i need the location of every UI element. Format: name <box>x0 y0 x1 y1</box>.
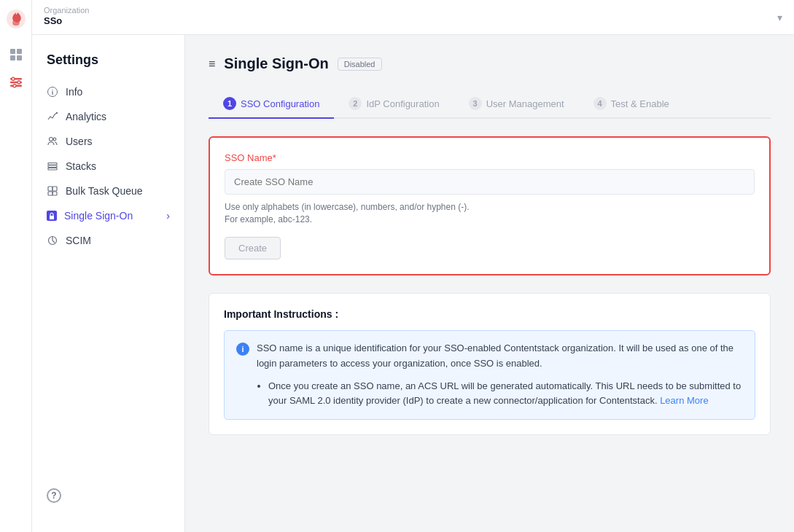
svg-rect-21 <box>48 192 52 195</box>
svg-rect-4 <box>17 55 22 60</box>
sidebar-item-analytics[interactable]: Analytics <box>32 104 184 129</box>
page-header: ≡ Single Sign-On Disabled <box>209 55 771 72</box>
instructions-title: Important Instructions : <box>224 308 755 320</box>
sidebar-item-info[interactable]: i Info <box>32 79 184 104</box>
settings-icon[interactable] <box>8 74 24 90</box>
tab-label-4: Test & Enable <box>611 98 669 109</box>
org-header: Organization SSo ▾ <box>32 0 794 35</box>
svg-rect-19 <box>48 187 52 191</box>
svg-rect-23 <box>50 216 54 219</box>
svg-point-8 <box>12 77 15 80</box>
svg-point-15 <box>53 138 56 141</box>
sidebar-label-analytics: Analytics <box>66 111 106 122</box>
sidebar-label-users: Users <box>66 136 93 147</box>
tab-user-management[interactable]: 3 User Management <box>454 90 579 119</box>
sidebar-label-bulk-task-queue: Bulk Task Queue <box>66 185 143 197</box>
stacks-icon <box>47 160 58 172</box>
tabs-container: 1 SSO Configuration 2 IdP Configuration … <box>209 90 771 119</box>
help-button[interactable]: ? <box>32 477 184 515</box>
lock-icon <box>47 211 57 221</box>
info-icon: i <box>47 86 58 98</box>
sso-name-card: SSO Name* Use only alphabets (in lowerca… <box>209 136 771 275</box>
field-hint-1: Use only alphabets (in lowercase), numbe… <box>225 202 755 212</box>
svg-rect-22 <box>52 192 57 195</box>
create-button[interactable]: Create <box>225 237 281 259</box>
learn-more-link[interactable]: Learn More <box>660 395 708 406</box>
instruction-line-1: SSO name is a unique identification for … <box>257 341 743 372</box>
main-content: ≡ Single Sign-On Disabled 1 SSO Configur… <box>185 35 794 532</box>
tab-label-1: SSO Configuration <box>241 98 319 109</box>
tab-label-3: User Management <box>486 98 564 109</box>
svg-point-9 <box>17 81 20 84</box>
chevron-right-icon: › <box>166 210 170 222</box>
content-area: ≡ Single Sign-On Disabled 1 SSO Configur… <box>185 35 794 532</box>
field-hint-2: For example, abc-123. <box>225 214 755 224</box>
sidebar-label-scim: SCIM <box>66 235 91 246</box>
sidebar-label-info: Info <box>66 86 82 98</box>
svg-rect-3 <box>10 55 15 60</box>
tab-label-2: IdP Configuration <box>366 98 439 109</box>
svg-rect-20 <box>52 187 57 191</box>
svg-point-10 <box>13 85 16 87</box>
org-chevron[interactable]: ▾ <box>777 12 782 23</box>
scim-icon <box>47 235 58 246</box>
help-icon: ? <box>47 488 61 503</box>
analytics-icon <box>47 111 58 122</box>
instructions-text: SSO name is a unique identification for … <box>257 341 743 409</box>
sidebar-item-scim[interactable]: SCIM <box>32 228 184 253</box>
icon-rail <box>0 0 32 532</box>
bulk-icon <box>47 185 58 197</box>
org-label: Organization <box>44 7 774 15</box>
tab-num-4: 4 <box>593 97 607 110</box>
field-label: SSO Name* <box>225 152 755 163</box>
tab-test-enable[interactable]: 4 Test & Enable <box>579 90 684 119</box>
page-title: Single Sign-On <box>224 55 328 72</box>
svg-point-14 <box>50 138 53 141</box>
users-icon <box>47 136 58 147</box>
sidebar-label-sso: Single Sign-On <box>64 210 133 222</box>
tab-sso-configuration[interactable]: 1 SSO Configuration <box>209 90 334 119</box>
instruction-line-2: Once you create an SSO name, an ACS URL … <box>268 379 743 410</box>
dashboard-icon[interactable] <box>8 47 24 63</box>
sidebar-item-stacks[interactable]: Stacks <box>32 154 184 179</box>
tab-idp-configuration[interactable]: 2 IdP Configuration <box>334 90 454 119</box>
info-circle-icon: i <box>236 343 249 356</box>
sidebar-item-bulk-task-queue[interactable]: Bulk Task Queue <box>32 179 184 203</box>
instructions-section: Important Instructions : i SSO name is a… <box>209 293 771 435</box>
sidebar-title: Settings <box>32 52 184 79</box>
tab-num-2: 2 <box>349 97 362 110</box>
svg-rect-18 <box>48 168 57 171</box>
required-marker: * <box>273 152 276 163</box>
sidebar-label-stacks: Stacks <box>66 160 96 172</box>
menu-icon[interactable]: ≡ <box>209 58 215 71</box>
org-name: SSo <box>44 15 774 28</box>
svg-rect-2 <box>17 49 22 54</box>
svg-rect-16 <box>48 163 57 165</box>
sidebar: Settings i Info <box>32 35 185 532</box>
svg-text:i: i <box>52 89 54 96</box>
status-badge: Disabled <box>338 58 382 71</box>
tab-num-1: 1 <box>223 97 236 110</box>
svg-rect-1 <box>10 49 15 54</box>
svg-rect-17 <box>48 165 57 168</box>
sidebar-item-single-sign-on[interactable]: Single Sign-On › <box>32 203 184 228</box>
sso-name-input[interactable] <box>225 169 755 195</box>
instructions-box: i SSO name is a unique identification fo… <box>224 330 755 420</box>
tab-num-3: 3 <box>469 97 482 110</box>
app-logo[interactable] <box>6 9 26 29</box>
sidebar-item-users[interactable]: Users <box>32 129 184 154</box>
